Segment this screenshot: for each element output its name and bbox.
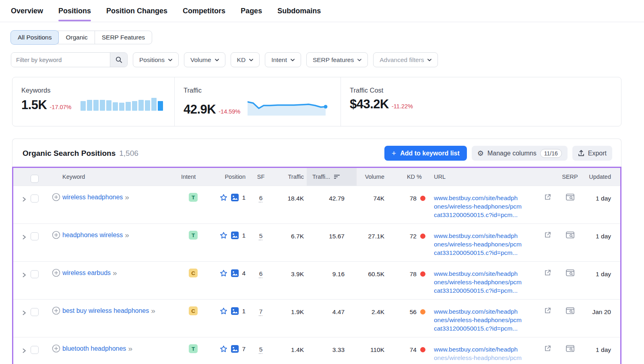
positions-filter-dropdown[interactable]: Positions [133,52,179,67]
row-checkbox[interactable] [31,308,39,316]
table-row: wireless earbuds » C 4 6 3.9K 9.16 60.5K… [13,261,620,299]
result-url-link[interactable]: www.bestbuy.com/site/headph ones/wireles… [428,224,544,257]
tab-subdomains[interactable]: Subdomains [277,0,321,22]
serp-preview-icon[interactable] [566,345,574,352]
serp-preview-icon[interactable] [566,269,574,277]
position-value: 7 [242,345,246,353]
open-keyword-icon[interactable]: » [113,269,117,277]
position-value: 4 [242,269,246,277]
open-keyword-icon[interactable]: » [125,231,129,239]
keyword-link[interactable]: wireless earbuds [62,269,111,277]
traffic-stat: Traffic 42.9K -14.59% [174,77,341,126]
add-keyword-icon[interactable] [52,306,60,315]
add-to-keyword-list-button[interactable]: + Add to keyword list [384,146,467,161]
advanced-filters-dropdown[interactable]: Advanced filters [373,52,438,67]
volume-filter-dropdown[interactable]: Volume [184,52,225,67]
favorite-star-icon[interactable] [219,231,228,240]
table-row: headphones wireless » T 1 5 6.7K 15.67 2… [13,223,620,261]
header-volume[interactable]: Volume [357,174,387,180]
serp-snapshot-icon[interactable] [231,231,239,240]
favorite-star-icon[interactable] [219,345,228,353]
tab-pages[interactable]: Pages [241,0,262,22]
search-button[interactable] [110,53,127,67]
select-all-checkbox[interactable] [31,175,39,183]
keyword-link[interactable]: best buy wireless headphones [62,306,149,315]
row-checkbox[interactable] [31,346,39,354]
segment-organic[interactable]: Organic [58,31,94,44]
header-traffic-pct[interactable]: Traffi... [307,168,357,186]
keyword-filter-input[interactable] [11,53,110,67]
expand-chevron-icon[interactable] [21,272,27,278]
traffic-label: Traffic [184,87,341,94]
header-kd[interactable]: KD % [387,174,428,180]
export-button[interactable]: Export [572,146,612,161]
updated-cell: Jan 20 [583,300,619,316]
add-keyword-icon[interactable] [52,344,60,353]
tab-positions[interactable]: Positions [58,0,91,22]
favorite-star-icon[interactable] [219,269,228,277]
segment-all-positions[interactable]: All Positions [11,31,58,44]
external-link-icon[interactable] [544,307,551,314]
serp-snapshot-icon[interactable] [231,345,239,353]
header-updated[interactable]: Updated [583,174,619,180]
expand-chevron-icon[interactable] [21,234,27,240]
tab-position-changes[interactable]: Position Changes [106,0,167,22]
favorite-star-icon[interactable] [219,307,228,315]
result-url-link[interactable]: www.bestbuy.com/site/headph ones/wireles… [428,300,544,333]
result-url-link[interactable]: www.bestbuy.com/site/headph ones/wireles… [428,337,544,364]
report-nav: Overview Positions Position Changes Comp… [0,0,644,22]
external-link-icon[interactable] [544,232,551,238]
serp-features-filter-dropdown[interactable]: SERP features [306,52,368,67]
header-traffic[interactable]: Traffic [274,174,307,180]
sf-value[interactable]: 6 [259,194,263,201]
tab-competitors[interactable]: Competitors [183,0,225,22]
header-intent[interactable]: Intent [177,174,209,180]
intent-filter-dropdown[interactable]: Intent [265,52,301,67]
manage-columns-button[interactable]: ⚙ Manage columns 11/16 [472,146,568,161]
favorite-star-icon[interactable] [219,193,228,202]
add-keyword-icon[interactable] [52,269,60,277]
row-checkbox[interactable] [31,232,39,240]
keyword-link[interactable]: bluetooth headphones [62,344,126,353]
add-keyword-icon[interactable] [52,231,60,239]
result-url-link[interactable]: www.bestbuy.com/site/headph ones/wireles… [428,186,544,219]
segment-serp-features[interactable]: SERP Features [95,31,152,44]
header-keyword[interactable]: Keyword [47,174,177,180]
open-keyword-icon[interactable]: » [151,307,155,314]
serp-preview-icon[interactable] [566,232,574,239]
kd-filter-dropdown[interactable]: KD [231,52,260,67]
result-url-link[interactable]: www.bestbuy.com/site/headph ones/wireles… [428,262,544,295]
updated-cell: 1 day [583,337,619,354]
expand-chevron-icon[interactable] [21,310,27,316]
serp-snapshot-icon[interactable] [231,269,239,277]
add-keyword-icon[interactable] [52,193,60,201]
keywords-sparkline [80,98,163,111]
header-sf[interactable]: SF [248,174,274,180]
tab-overview[interactable]: Overview [11,0,43,22]
sf-value[interactable]: 5 [259,232,263,239]
sf-value[interactable]: 5 [259,346,263,353]
open-keyword-icon[interactable]: » [125,193,129,201]
sf-value[interactable]: 7 [259,308,263,315]
open-keyword-icon[interactable]: » [128,345,132,352]
keyword-link[interactable]: wireless headphones [62,193,123,201]
keyword-link[interactable]: headphones wireless [62,231,123,239]
expand-chevron-icon[interactable] [21,348,27,354]
serp-snapshot-icon[interactable] [231,193,239,202]
sf-value[interactable]: 6 [259,270,263,277]
traffic-pct-cell: 3.33 [307,337,357,354]
serp-preview-icon[interactable] [566,307,574,314]
row-checkbox[interactable] [31,270,39,278]
external-link-icon[interactable] [544,269,551,276]
traffic-cost-stat: Traffic Cost $43.2K -11.22% [341,77,621,126]
external-link-icon[interactable] [544,345,551,352]
serp-preview-icon[interactable] [566,194,574,201]
header-url[interactable]: URL [428,174,544,180]
header-position[interactable]: Position [209,174,248,180]
row-checkbox[interactable] [31,194,39,203]
position-value: 1 [242,193,246,202]
expand-chevron-icon[interactable] [21,196,27,202]
serp-snapshot-icon[interactable] [231,307,239,315]
external-link-icon[interactable] [544,194,551,201]
updated-cell: 1 day [583,224,619,240]
